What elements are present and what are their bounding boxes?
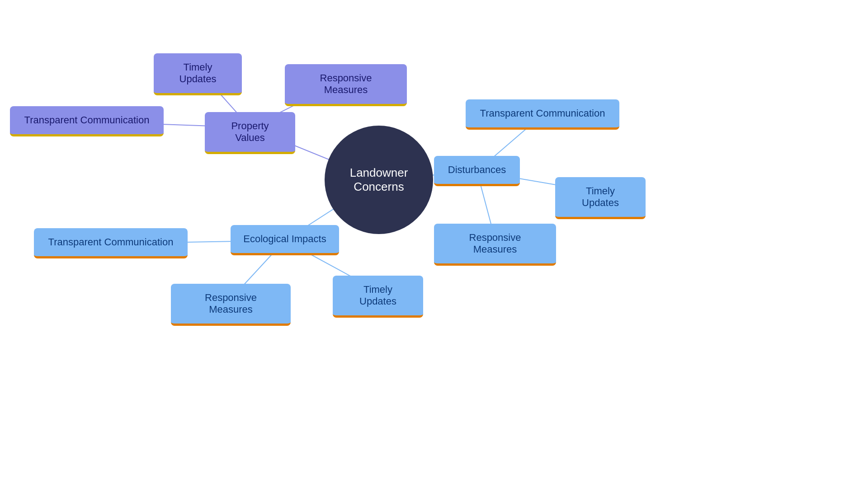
timely-updates-right: Timely Updates xyxy=(555,177,646,219)
responsive-measures-right: Responsive Measures xyxy=(434,224,556,266)
transparent-comm-right: Transparent Communication xyxy=(466,99,619,130)
center-node: Landowner Concerns xyxy=(325,126,433,234)
center-label: Landowner Concerns xyxy=(325,166,433,194)
ecological-impacts: Ecological Impacts xyxy=(231,225,339,255)
transparent-comm-bottom: Transparent Communication xyxy=(34,228,188,258)
timely-updates-bottom: Timely Updates xyxy=(333,276,423,318)
transparent-comm-left: Transparent Communication xyxy=(10,106,164,136)
timely-updates-topleft: Timely Updates xyxy=(154,53,242,95)
disturbances: Disturbances xyxy=(434,156,520,186)
responsive-measures-bottom: Responsive Measures xyxy=(171,284,291,326)
property-values: Property Values xyxy=(205,112,295,154)
responsive-measures-top: Responsive Measures xyxy=(285,64,407,106)
